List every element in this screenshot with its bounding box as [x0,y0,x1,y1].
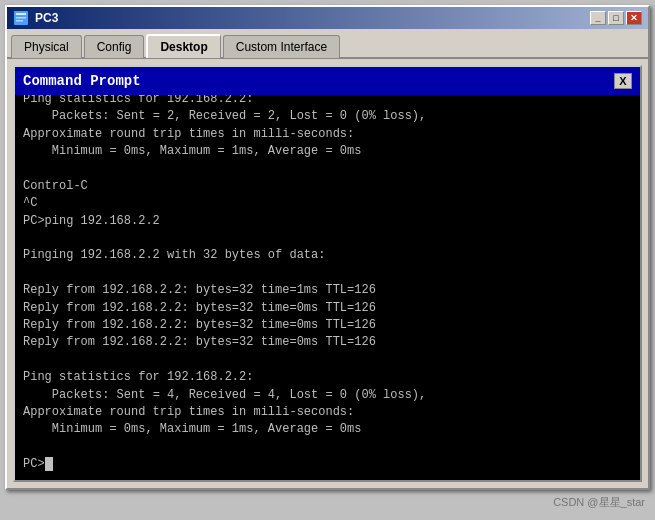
minimize-button[interactable]: _ [590,11,606,25]
title-bar: PC3 _ □ ✕ [7,7,648,29]
tab-desktop[interactable]: Desktop [146,34,220,58]
close-button[interactable]: ✕ [626,11,642,25]
main-window: PC3 _ □ ✕ Physical Config Desktop Custom… [5,5,650,490]
tab-bar: Physical Config Desktop Custom Interface [7,29,648,59]
svg-rect-3 [16,20,23,22]
tab-physical[interactable]: Physical [11,35,82,58]
maximize-button[interactable]: □ [608,11,624,25]
svg-rect-1 [16,13,26,15]
tab-config[interactable]: Config [84,35,145,58]
window-title: PC3 [35,11,58,25]
tab-custom-interface[interactable]: Custom Interface [223,35,340,58]
cmd-close-button[interactable]: X [614,73,632,89]
cmd-window: Command Prompt X Pinging 192.168.2.2 wit… [13,65,642,482]
watermark: CSDN @星星_star [553,495,645,510]
cmd-title-bar: Command Prompt X [15,67,640,95]
content-area: Command Prompt X Pinging 192.168.2.2 wit… [7,59,648,488]
cmd-body[interactable]: Pinging 192.168.2.2 with 32 bytes of dat… [15,95,640,480]
title-bar-controls: _ □ ✕ [590,11,642,25]
cmd-title: Command Prompt [23,73,141,89]
window-icon [13,10,29,26]
svg-rect-2 [16,17,26,19]
cmd-cursor [45,457,53,471]
title-bar-left: PC3 [13,10,58,26]
